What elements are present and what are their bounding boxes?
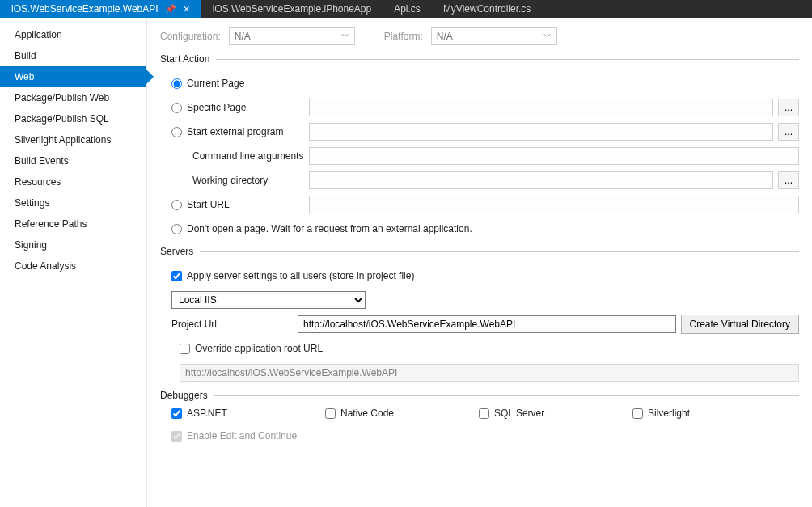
radio-specific-page[interactable] [171, 103, 182, 113]
platform-label: Platform: [384, 31, 423, 42]
input-project-url[interactable] [298, 315, 676, 333]
chevron-down-icon: ﹀ [543, 31, 552, 42]
tab-label: Api.cs [394, 3, 421, 15]
radio-start-external[interactable] [171, 127, 182, 137]
sidebar-item-build-events[interactable]: Build Events [0, 150, 146, 171]
configuration-label: Configuration: [160, 31, 221, 42]
sidebar-item-package-web[interactable]: Package/Publish Web [0, 87, 146, 108]
tabbar: iOS.WebServiceExample.WebAPI 📌 ✕ iOS.Web… [0, 0, 812, 18]
chevron-down-icon: ﹀ [341, 31, 349, 42]
configuration-select[interactable]: N/A ﹀ [229, 27, 355, 45]
main-panel: Configuration: N/A ﹀ Platform: N/A ﹀ Sta… [147, 18, 812, 507]
label-current-page: Current Page [187, 78, 244, 89]
label-native-code: Native Code [340, 408, 394, 419]
input-working-dir[interactable] [309, 171, 773, 189]
label-override-root: Override application root URL [195, 343, 323, 354]
radio-current-page[interactable] [171, 78, 182, 89]
close-icon[interactable]: ✕ [183, 4, 190, 15]
platform-select[interactable]: N/A ﹀ [431, 27, 557, 45]
label-enable-edit-continue: Enable Edit and Continue [187, 430, 297, 442]
label-dont-open: Don't open a page. Wait for a request fr… [187, 223, 472, 234]
input-specific-page[interactable] [309, 99, 773, 116]
sidebar-item-web[interactable]: Web [0, 66, 146, 87]
sidebar-item-build[interactable]: Build [0, 45, 146, 66]
label-working-dir: Working directory [192, 175, 268, 186]
label-start-external: Start external program [187, 126, 283, 137]
check-native-code[interactable] [325, 408, 336, 419]
label-cmd-args: Command line arguments [192, 150, 303, 162]
tab-webapi[interactable]: iOS.WebServiceExample.WebAPI 📌 ✕ [0, 0, 201, 18]
sidebar-item-package-sql[interactable]: Package/Publish SQL [0, 108, 146, 129]
server-type-select[interactable]: Local IIS [171, 291, 366, 309]
label-silverlight: Silverlight [648, 408, 690, 419]
tab-label: iOS.WebServiceExample.iPhoneApp [213, 3, 372, 15]
tab-api-cs[interactable]: Api.cs [383, 0, 432, 18]
check-silverlight[interactable] [632, 408, 643, 419]
input-cmd-args[interactable] [309, 147, 799, 165]
pin-icon[interactable]: 📌 [165, 4, 176, 15]
label-project-url: Project Url [171, 319, 217, 330]
label-start-url: Start URL [187, 199, 230, 210]
sidebar-item-reference-paths[interactable]: Reference Paths [0, 213, 146, 234]
check-override-root[interactable] [180, 344, 190, 354]
tab-label: iOS.WebServiceExample.WebAPI [11, 3, 159, 15]
section-start-action: Start Action [160, 53, 799, 65]
sidebar-item-signing[interactable]: Signing [0, 234, 146, 256]
label-sql-server: SQL Server [494, 408, 544, 419]
sidebar-item-application[interactable]: Application [0, 24, 146, 45]
sidebar-item-code-analysis[interactable]: Code Analysis [0, 256, 146, 277]
input-override-root [180, 364, 799, 382]
check-sql-server[interactable] [479, 408, 489, 419]
section-debuggers: Debuggers [160, 390, 799, 401]
section-servers: Servers [160, 246, 799, 257]
radio-start-url[interactable] [171, 200, 182, 210]
label-aspnet: ASP.NET [187, 408, 227, 419]
input-start-url[interactable] [309, 196, 799, 213]
browse-working-dir-button[interactable]: ... [778, 171, 799, 189]
check-aspnet[interactable] [171, 408, 182, 419]
sidebar: Application Build Web Package/Publish We… [0, 18, 147, 507]
sidebar-item-silverlight-apps[interactable]: Silverlight Applications [0, 129, 146, 150]
check-enable-edit-continue [171, 431, 182, 442]
label-specific-page: Specific Page [187, 102, 246, 113]
check-apply-settings[interactable] [171, 271, 182, 281]
tab-iphoneapp[interactable]: iOS.WebServiceExample.iPhoneApp [201, 0, 383, 18]
input-start-external[interactable] [309, 123, 773, 141]
tab-myviewcontroller-cs[interactable]: MyViewController.cs [432, 0, 542, 18]
create-virtual-directory-button[interactable]: Create Virtual Directory [681, 315, 800, 334]
radio-dont-open[interactable] [171, 224, 182, 234]
sidebar-item-resources[interactable]: Resources [0, 171, 146, 192]
label-apply-settings: Apply server settings to all users (stor… [187, 270, 414, 281]
tab-label: MyViewController.cs [443, 3, 531, 15]
browse-specific-page-button[interactable]: ... [778, 99, 799, 116]
browse-external-program-button[interactable]: ... [778, 123, 799, 141]
sidebar-item-settings[interactable]: Settings [0, 192, 146, 213]
